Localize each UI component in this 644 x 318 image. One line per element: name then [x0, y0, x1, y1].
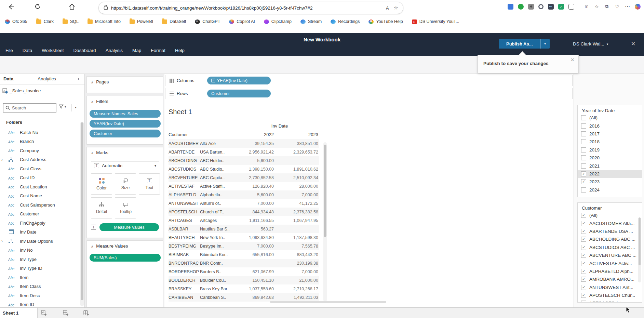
- filter-option-row[interactable]: 2020: [578, 154, 642, 162]
- value-2023-cell[interactable]: 2,510,092.34: [274, 175, 319, 180]
- field-item[interactable]: Item Class: [0, 282, 80, 291]
- measure-pill[interactable]: SUM(Sales): [90, 254, 161, 262]
- customer-code-cell[interactable]: APOSTELSCH: [169, 210, 200, 214]
- customer-code-cell[interactable]: BNRCONTRAC: [169, 261, 200, 266]
- filter-option-row[interactable]: 2024: [578, 186, 642, 194]
- pages-card[interactable]: ∧Pages: [86, 76, 163, 93]
- checkbox[interactable]: [581, 187, 586, 193]
- collapse-chevron-icon[interactable]: ∧: [91, 100, 93, 104]
- year-column-header[interactable]: 2023: [274, 132, 319, 137]
- field-item[interactable]: Cust Address: [0, 155, 80, 164]
- customer-name-cell[interactable]: Church of T..: [200, 210, 240, 214]
- customer-code-cell[interactable]: ABCSTUDIOS: [169, 167, 200, 172]
- value-2022-cell[interactable]: 844,934.48: [240, 210, 274, 214]
- value-2022-cell[interactable]: 869,842.63: [240, 295, 274, 300]
- customer-code-cell[interactable]: BEAUTYSCH: [169, 235, 200, 240]
- value-2022-cell[interactable]: 7,000.00: [240, 201, 274, 206]
- tooltip-close-icon[interactable]: ×: [571, 56, 574, 64]
- filter-pill[interactable]: YEAR(Inv Date): [90, 120, 161, 128]
- columns-shelf[interactable]: Columns +YEAR(Inv Date): [165, 75, 573, 86]
- value-2023-cell[interactable]: 7,000.00: [274, 193, 319, 197]
- field-item[interactable]: Inv No: [0, 246, 80, 255]
- filter-option-row[interactable]: ARTCAGES Artc...: [578, 299, 642, 303]
- favorite-star-icon[interactable]: ☆: [394, 5, 398, 11]
- columns-pill[interactable]: +YEAR(Inv Date): [207, 77, 271, 84]
- bookmark-item[interactable]: Ofc 365: [5, 19, 27, 24]
- filter-option-row[interactable]: ABCVENTURE ABC ...: [578, 251, 642, 259]
- value-2023-cell[interactable]: 380,851.00: [274, 141, 319, 146]
- field-item[interactable]: Item: [0, 273, 80, 282]
- checkbox[interactable]: [581, 237, 586, 242]
- filters-card[interactable]: ∧Filters Measure Names: SalesYEAR(Inv Da…: [86, 96, 163, 145]
- fields-menu-caret-icon[interactable]: ▾: [75, 105, 77, 109]
- customer-name-cell[interactable]: Borders B..: [200, 269, 240, 274]
- filter-option-row[interactable]: ANTUNSWEST Ant...: [578, 283, 642, 291]
- browser-icon[interactable]: [548, 4, 554, 10]
- checkbox[interactable]: [581, 229, 586, 234]
- collapse-pane-icon[interactable]: ‹: [78, 76, 79, 81]
- customer-name-cell[interactable]: Alphabetla..: [200, 193, 240, 197]
- value-2023-cell[interactable]: 2,376,382.58: [274, 210, 319, 214]
- browser-icon[interactable]: [538, 4, 544, 9]
- read-aloud-icon[interactable]: A: [386, 5, 389, 11]
- filter-option-row[interactable]: 2018: [578, 138, 642, 146]
- search-input[interactable]: [12, 105, 50, 110]
- browser-icon[interactable]: [508, 4, 513, 10]
- value-2022-cell[interactable]: 621,067.99: [240, 269, 274, 274]
- table-row[interactable]: AACUSTOMER Alta Ace 39,154.35 380,851.00: [169, 139, 319, 148]
- browser-icon[interactable]: [579, 3, 579, 10]
- field-item[interactable]: Inv Date Options: [0, 237, 80, 246]
- filter-option-row[interactable]: AMROBANK AMRO...: [578, 275, 642, 283]
- value-2023-cell[interactable]: 7,000.00: [274, 269, 319, 274]
- filter-fields-icon[interactable]: ▾: [59, 104, 66, 109]
- browser-icon[interactable]: [635, 4, 641, 10]
- table-row[interactable]: BRASSKEY Brass Key Bar 1,037,558.60 2,71…: [169, 284, 319, 293]
- table-row[interactable]: CARIBBEAN Caribbean S.. 869,842.63 1,492…: [169, 293, 319, 302]
- customer-code-cell[interactable]: ANTUNSWEST: [169, 201, 200, 206]
- value-2023-cell[interactable]: 1,067,947.95: [274, 218, 319, 223]
- table-row[interactable]: ACTIVESTAF Active Staffi.. 126,820.40 28…: [169, 182, 319, 190]
- customer-name-cell[interactable]: Antun's of..: [200, 201, 240, 206]
- field-item[interactable]: Cust ID: [0, 173, 80, 183]
- customer-name-cell[interactable]: Nautilus Bar S..: [200, 227, 240, 231]
- filter-pill[interactable]: Customer: [90, 130, 161, 137]
- customer-code-cell[interactable]: ABCHOLDING: [169, 158, 200, 163]
- filter-option-row[interactable]: 2021: [578, 162, 642, 170]
- customer-code-cell[interactable]: ASBLBAR: [169, 227, 200, 231]
- menu-item[interactable]: Format: [151, 48, 165, 53]
- checkbox[interactable]: [581, 293, 586, 298]
- detail-button[interactable]: Detail: [91, 197, 112, 218]
- address-bar[interactable]: https://bi1.dataself.com/t/training_oran…: [98, 2, 403, 14]
- value-2023-cell[interactable]: 2,710,268.17: [274, 287, 319, 291]
- customer-code-cell[interactable]: AACUSTOMER: [169, 141, 200, 146]
- customer-code-cell[interactable]: BRASSKEY: [169, 287, 200, 291]
- customer-name-cell[interactable]: ABC Holdin..: [200, 158, 240, 163]
- filter-option-row[interactable]: ABCSTUDIOS ABC ...: [578, 243, 642, 251]
- bookmark-item[interactable]: Stream: [300, 19, 322, 24]
- new-story-tab-icon[interactable]: [83, 309, 90, 316]
- sheet-title[interactable]: Sheet 1: [169, 108, 192, 116]
- customer-code-cell[interactable]: BORDERSHOP: [169, 269, 200, 274]
- customer-name-cell[interactable]: Artcages: [200, 218, 240, 223]
- table-row[interactable]: ASBLBAR Nautilus Bar S.. 563.27: [169, 225, 319, 233]
- checkbox[interactable]: [581, 115, 586, 120]
- value-2023-cell[interactable]: 7,565.78: [274, 244, 319, 249]
- value-2022-cell[interactable]: 5,600.00: [240, 158, 274, 163]
- checkbox[interactable]: [581, 179, 586, 184]
- value-2023-cell[interactable]: 21,000.00: [274, 278, 319, 283]
- customer-name-cell[interactable]: Caribbean S..: [200, 295, 240, 300]
- customer-code-cell[interactable]: ABARTENDE: [169, 150, 200, 155]
- value-2022-cell[interactable]: 1,093,634.80: [240, 235, 274, 240]
- menu-item[interactable]: Help: [175, 48, 185, 53]
- customer-code-cell[interactable]: CARIBBEAN: [169, 295, 200, 300]
- filter-option-row[interactable]: AACUSTOMER Alta...: [578, 219, 642, 227]
- customer-name-cell[interactable]: Boulder Cou..: [200, 278, 240, 283]
- table-row[interactable]: BOULDERCR Boulder Cou.. 150,451.10 21,00…: [169, 276, 319, 284]
- menu-item[interactable]: Dashboard: [73, 48, 96, 53]
- filter-option-row[interactable]: ACTIVESTAF Activ...: [578, 259, 642, 267]
- browser-icon[interactable]: [594, 4, 600, 10]
- rows-shelf[interactable]: Rows Customer: [165, 88, 573, 99]
- table-row[interactable]: APOSTELSCH Church of T.. 844,934.48 2,37…: [169, 208, 319, 216]
- tooltip-button[interactable]: Tooltip: [115, 197, 136, 218]
- value-2023-cell[interactable]: 230,199.38: [274, 261, 319, 266]
